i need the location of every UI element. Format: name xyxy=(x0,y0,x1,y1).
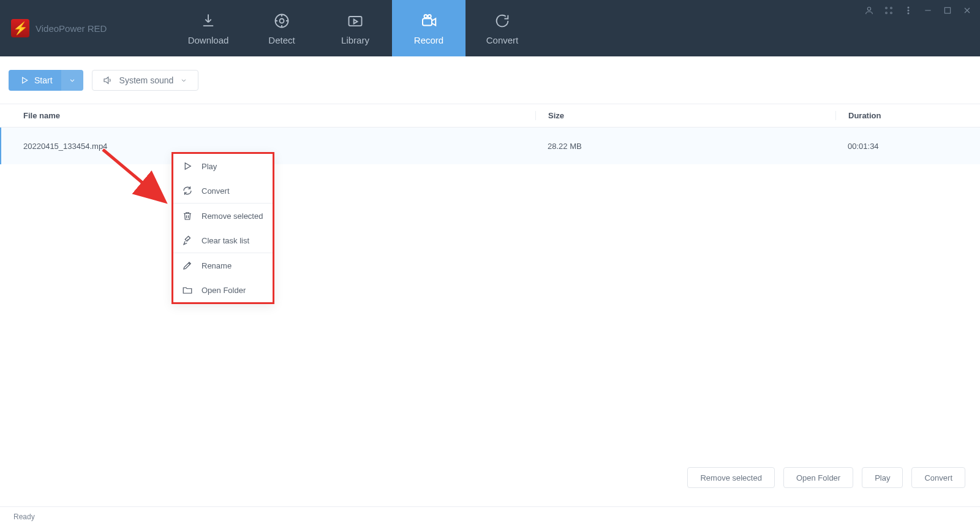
window-controls xyxy=(864,5,973,16)
svg-rect-2 xyxy=(349,17,362,26)
ctx-rename-label: Rename xyxy=(202,261,232,270)
footer-remove-selected[interactable]: Remove selected xyxy=(687,467,774,488)
svg-point-11 xyxy=(908,7,909,8)
tab-library[interactable]: Library xyxy=(318,0,392,56)
svg-point-8 xyxy=(891,7,892,9)
toolbar: Start System sound xyxy=(0,56,980,104)
system-sound-label: System sound xyxy=(119,75,174,85)
brand: VideoPower RED xyxy=(0,0,172,56)
minimize-icon[interactable] xyxy=(922,5,933,16)
refresh-icon xyxy=(182,185,193,196)
ctx-remove-label: Remove selected xyxy=(202,212,263,221)
cell-size: 28.22 MB xyxy=(535,142,835,151)
footer-convert[interactable]: Convert xyxy=(911,467,965,488)
nav-tabs: Download Detect Library Record xyxy=(172,0,539,56)
titlebar: VideoPower RED Download Detect Library xyxy=(0,0,980,56)
cell-duration: 00:01:34 xyxy=(835,142,980,151)
table-header: File name Size Duration xyxy=(0,104,980,128)
context-menu: Play Convert Remove selected Clear task … xyxy=(172,152,274,304)
header-file-name: File name xyxy=(0,111,535,120)
app-name: VideoPower RED xyxy=(36,23,107,34)
tab-detect-label: Detect xyxy=(268,35,295,45)
tab-record-label: Record xyxy=(414,35,443,45)
footer-play[interactable]: Play xyxy=(862,467,903,488)
footer-open-folder[interactable]: Open Folder xyxy=(783,467,853,488)
chevron-down-icon xyxy=(179,76,188,85)
close-icon[interactable] xyxy=(962,5,973,16)
svg-line-15 xyxy=(103,150,163,200)
tab-detect[interactable]: Detect xyxy=(245,0,318,56)
header-duration: Duration xyxy=(835,111,980,120)
tab-convert[interactable]: Convert xyxy=(466,0,539,56)
ctx-play-label: Play xyxy=(202,162,217,171)
tab-record[interactable]: Record xyxy=(392,0,466,56)
svg-point-1 xyxy=(280,18,284,23)
user-icon[interactable] xyxy=(864,5,875,16)
tab-download[interactable]: Download xyxy=(172,0,245,56)
library-icon xyxy=(346,12,364,30)
header-size: Size xyxy=(535,111,835,120)
folder-icon xyxy=(182,284,193,295)
menu-icon[interactable] xyxy=(903,5,914,16)
trash-icon xyxy=(182,210,193,221)
ctx-clear-label: Clear task list xyxy=(202,236,249,245)
start-dropdown[interactable] xyxy=(61,70,83,91)
ctx-convert[interactable]: Convert xyxy=(173,178,273,203)
ctx-remove-selected[interactable]: Remove selected xyxy=(173,204,273,228)
ctx-open-folder-label: Open Folder xyxy=(202,286,246,295)
play-icon xyxy=(182,161,193,172)
start-button[interactable]: Start xyxy=(9,70,83,91)
status-bar: Ready xyxy=(0,506,980,526)
svg-point-4 xyxy=(424,15,428,18)
tab-library-label: Library xyxy=(341,35,369,45)
convert-icon xyxy=(493,12,511,30)
speaker-icon xyxy=(102,75,113,86)
footer-buttons: Remove selected Open Folder Play Convert xyxy=(687,467,965,488)
detect-icon xyxy=(273,12,291,30)
svg-rect-14 xyxy=(944,7,950,13)
grid-icon[interactable] xyxy=(883,5,894,16)
ctx-convert-label: Convert xyxy=(202,186,230,196)
svg-point-13 xyxy=(908,13,909,14)
svg-rect-3 xyxy=(423,18,432,25)
ctx-open-folder[interactable]: Open Folder xyxy=(173,278,273,302)
system-sound-button[interactable]: System sound xyxy=(92,70,199,91)
pencil-icon xyxy=(182,260,193,271)
broom-icon xyxy=(182,235,193,246)
tab-convert-label: Convert xyxy=(486,35,519,45)
chevron-down-icon xyxy=(68,76,77,85)
ctx-play[interactable]: Play xyxy=(173,154,273,178)
ctx-clear-task-list[interactable]: Clear task list xyxy=(173,228,273,253)
download-icon xyxy=(199,12,217,30)
cell-file-name: 20220415_133454.mp4 xyxy=(1,142,535,151)
svg-point-6 xyxy=(867,7,870,10)
tab-download-label: Download xyxy=(188,35,229,45)
status-text: Ready xyxy=(13,513,35,521)
app-logo-icon xyxy=(11,19,29,37)
annotation-arrow-icon xyxy=(99,147,179,221)
svg-point-5 xyxy=(428,15,431,18)
record-icon xyxy=(420,12,438,30)
svg-point-7 xyxy=(886,7,888,9)
svg-point-12 xyxy=(908,10,909,11)
svg-point-10 xyxy=(891,12,892,14)
svg-point-9 xyxy=(886,12,888,14)
ctx-rename[interactable]: Rename xyxy=(173,253,273,278)
maximize-icon[interactable] xyxy=(942,5,953,16)
start-button-label: Start xyxy=(34,75,53,85)
